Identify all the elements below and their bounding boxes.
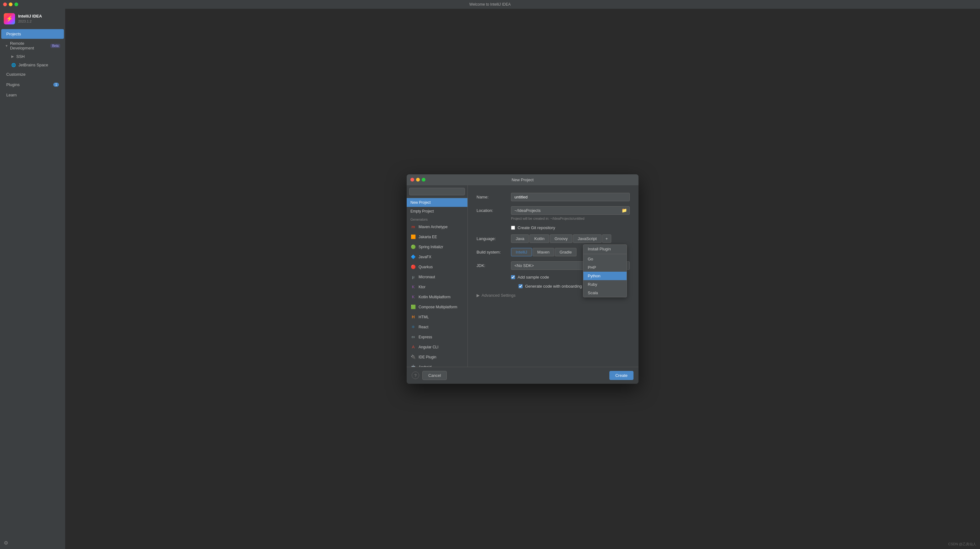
sidebar-item-remote-dev[interactable]: ▼ Remote Development Beta <box>0 39 65 52</box>
javafx-icon: 🔷 <box>410 254 416 260</box>
spring-icon: 🟢 <box>410 244 416 250</box>
new-project-dialog: New Project New Project Empty Project <box>407 175 490 275</box>
dialog-title-bar: New Project <box>407 175 490 185</box>
generators-label: Generators <box>407 216 468 222</box>
app-logo: ⚡ IntelliJ IDEA 2023.1.2 <box>0 9 65 29</box>
project-type-panel: New Project Empty Project Generators m M… <box>407 185 468 275</box>
beta-badge: Beta <box>51 44 60 48</box>
jdk-row: JDK: <No SDK> ▼ <box>477 261 490 270</box>
pt-item-micronaut[interactable]: μ Micronaut <box>407 272 468 275</box>
chevron-icon: ▼ <box>5 44 8 48</box>
name-row: Name: <box>477 193 490 201</box>
maven-archetype-label: Maven Archetype <box>418 225 448 229</box>
sidebar-item-plugins[interactable]: Plugins 1 <box>1 80 64 89</box>
jakarta-label: Jakarta EE <box>418 235 437 239</box>
dialog-overlay: New Project New Project Empty Project <box>65 9 490 274</box>
app-name: IntelliJ IDEA <box>18 14 42 19</box>
learn-label: Learn <box>6 93 17 97</box>
sidebar-item-ssh[interactable]: ▶ SSH <box>0 52 65 61</box>
dialog-controls <box>410 178 425 181</box>
pt-item-empty-project[interactable]: Empty Project <box>407 207 468 216</box>
sidebar-item-projects[interactable]: Projects <box>1 29 64 39</box>
location-row: Location: 📁 <box>477 206 490 215</box>
javafx-label: JavaFX <box>418 255 431 259</box>
search-box <box>407 185 468 198</box>
sidebar-item-learn[interactable]: Learn <box>1 90 64 100</box>
sidebar-item-jetbrains-space[interactable]: 🌐 JetBrains Space <box>0 61 65 69</box>
app-icon: ⚡ <box>4 13 15 24</box>
pt-item-quarkus[interactable]: 🔴 Quarkus <box>407 262 468 272</box>
sidebar: ⚡ IntelliJ IDEA 2023.1.2 Projects ▼ Remo… <box>0 9 65 274</box>
dialog-close-btn[interactable] <box>410 178 414 181</box>
window-controls <box>3 3 18 6</box>
dialog-body: New Project Empty Project Generators m M… <box>407 185 490 275</box>
name-label: Name: <box>477 195 490 199</box>
customize-label: Customize <box>6 72 25 77</box>
ssh-label: SSH <box>16 54 25 59</box>
dialog-min-btn[interactable] <box>416 178 420 181</box>
app-name-block: IntelliJ IDEA 2023.1.2 <box>18 14 42 24</box>
main-area: New Project New Project Empty Project <box>65 9 490 274</box>
pt-item-javafx[interactable]: 🔷 JavaFX <box>407 252 468 262</box>
jetbrains-space-label: JetBrains Space <box>19 63 48 67</box>
maven-icon: m <box>410 224 416 230</box>
empty-project-label: Empty Project <box>410 209 434 213</box>
build-system-row: Build system: IntelliJ Maven Gradle <box>477 248 490 256</box>
quarkus-icon: 🔴 <box>410 264 416 270</box>
quarkus-label: Quarkus <box>418 265 433 269</box>
projects-label: Projects <box>6 32 21 36</box>
plugins-badge: 1 <box>53 83 59 87</box>
project-search-input[interactable] <box>409 188 465 195</box>
new-project-label: New Project <box>410 200 431 205</box>
language-label: Language: <box>477 235 490 241</box>
close-button[interactable] <box>3 3 7 6</box>
pt-item-spring-initializr[interactable]: 🟢 Spring Initializr <box>407 242 468 252</box>
spring-label: Spring Initializr <box>418 245 443 249</box>
jakarta-icon: 🟧 <box>410 234 416 240</box>
pt-item-maven-archetype[interactable]: m Maven Archetype <box>407 222 468 232</box>
project-config-panel: Name: Location: 📁 <box>468 185 490 275</box>
pt-item-new-project[interactable]: New Project <box>407 198 468 207</box>
pt-item-jakarta-ee[interactable]: 🟧 Jakarta EE <box>407 232 468 242</box>
project-types-list: New Project Empty Project Generators m M… <box>407 198 468 275</box>
dialog-max-btn[interactable] <box>422 178 425 181</box>
micronaut-icon: μ <box>410 274 416 275</box>
build-label: Build system: <box>477 250 490 254</box>
sidebar-item-customize[interactable]: Customize <box>1 70 64 79</box>
language-row: Language: Java Kotlin Groovy JavaScript … <box>477 235 490 243</box>
plugins-label: Plugins <box>6 83 20 87</box>
app-version: 2023.1.2 <box>18 19 42 24</box>
window-title: Welcome to IntelliJ IDEA <box>469 2 490 6</box>
maximize-button[interactable] <box>14 3 18 6</box>
remote-dev-label: Remote Development <box>10 41 48 51</box>
jdk-label: JDK: <box>477 263 490 268</box>
location-label: Location: <box>477 208 490 213</box>
minimize-button[interactable] <box>9 3 13 6</box>
title-bar: Welcome to IntelliJ IDEA <box>0 0 490 9</box>
